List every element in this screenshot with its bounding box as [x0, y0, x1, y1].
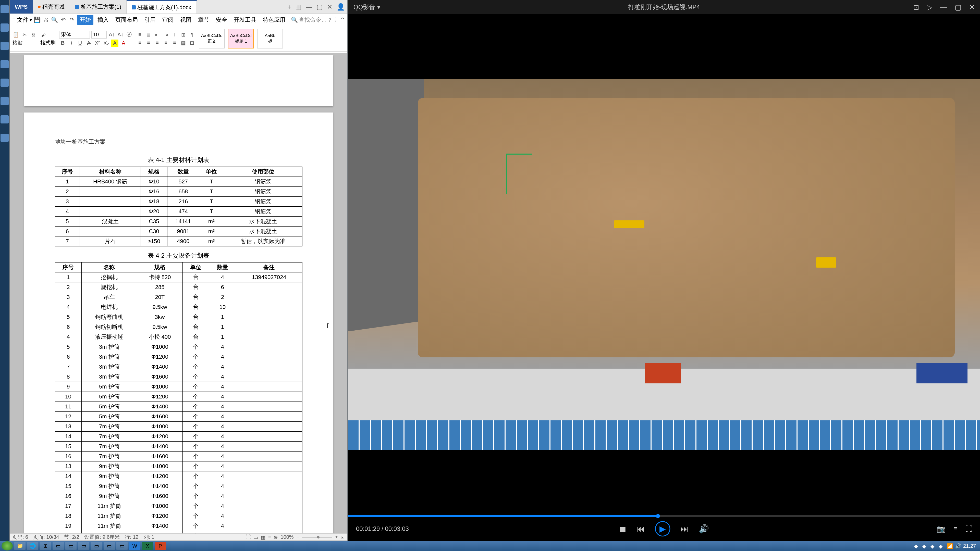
table-cell[interactable]: 3	[55, 292, 82, 302]
status-pages[interactable]: 页面: 10/34	[33, 534, 59, 540]
dropdown-icon[interactable]: ▾	[377, 3, 380, 11]
file-menu[interactable]: 文件 ▾	[17, 16, 32, 24]
table-cell[interactable]: 10	[55, 392, 82, 402]
pin-icon[interactable]: ▷	[927, 3, 932, 11]
playlist-icon[interactable]: ≡	[953, 525, 958, 533]
table-cell[interactable]: 4	[55, 206, 80, 217]
desktop-icon[interactable]	[0, 60, 9, 68]
table-cell[interactable]: 3m 护筒	[82, 372, 137, 382]
table-cell[interactable]: 4	[209, 392, 236, 402]
table-cell[interactable]: 10	[209, 302, 236, 312]
table-cell[interactable]: 13	[55, 462, 82, 472]
table-cell[interactable]: 527	[167, 177, 199, 187]
table-cell[interactable]: 20T	[137, 292, 183, 302]
numbering-icon[interactable]: ≣	[145, 31, 152, 38]
table-row[interactable]: 4电焊机9.5kw台10	[55, 302, 302, 312]
status-pagenum[interactable]: 页码: 6	[12, 534, 28, 540]
table-cell[interactable]	[236, 382, 302, 392]
table-cell[interactable]: 台	[183, 312, 209, 322]
taskbar-app[interactable]: ▭	[116, 542, 127, 550]
status-line[interactable]: 行: 12	[125, 534, 138, 540]
desktop-icon[interactable]	[0, 79, 9, 87]
table-row[interactable]: 7片石≥1504900m³暂估，以实际为准	[55, 237, 302, 246]
table-cell[interactable]: 钢筋笼	[224, 197, 302, 206]
table-row[interactable]: 1811m 护筒Φ1200个4	[55, 511, 302, 521]
table-row[interactable]: 115m 护筒Φ1400个4	[55, 402, 302, 412]
help-icon[interactable]: ?	[328, 17, 331, 23]
zoom-level[interactable]: 100%	[280, 534, 293, 540]
font-color-icon[interactable]: A	[120, 40, 127, 47]
tab-daoker[interactable]: 稻壳商城	[33, 0, 70, 14]
fullscreen-icon[interactable]: ⛶	[965, 525, 972, 533]
table-cell[interactable]: 11m 护筒	[82, 511, 137, 521]
materials-table[interactable]: 序号材料名称规格数量单位使用部位1HRB400 钢筋Φ10527T钢筋笼2Φ16…	[55, 167, 302, 246]
menu-start[interactable]: 开始	[77, 15, 94, 25]
table-cell[interactable]: 9m 护筒	[82, 472, 137, 481]
table-cell[interactable]: Φ1600	[137, 531, 183, 534]
menu-security[interactable]: 安全	[213, 15, 230, 25]
play-button[interactable]: ▶	[655, 521, 670, 537]
underline-icon[interactable]: U	[76, 40, 84, 47]
stop-icon[interactable]: ◼	[619, 524, 626, 534]
table-row[interactable]: 2011m 护筒Φ1600个4	[55, 531, 302, 534]
shading-icon[interactable]: ▦	[180, 39, 187, 46]
table-cell[interactable]: 11	[55, 402, 82, 412]
table-cell[interactable]: 4	[209, 531, 236, 534]
table-cell[interactable]: 4	[209, 412, 236, 422]
taskbar-app[interactable]: ▭	[52, 542, 64, 550]
table-cell[interactable]	[236, 402, 302, 412]
table-cell[interactable]: 5m 护筒	[82, 402, 137, 412]
table-cell[interactable]	[236, 292, 302, 302]
table-cell[interactable]: 9m 护筒	[82, 481, 137, 491]
preview-icon[interactable]: 🔍	[51, 16, 58, 24]
status-column[interactable]: 列: 1	[144, 534, 154, 540]
table-cell[interactable]	[236, 432, 302, 441]
table-cell[interactable]: 17	[55, 501, 82, 511]
table-row[interactable]: 2Φ16658T钢筋笼	[55, 187, 302, 197]
table-row[interactable]: 73m 护筒Φ1400个4	[55, 362, 302, 372]
hamburger-icon[interactable]: ≡	[12, 17, 16, 23]
format-brush-icon[interactable]: 🖌	[40, 31, 48, 38]
font-selector[interactable]: 宋体	[59, 31, 90, 38]
table-row[interactable]: 4液压振动锤小松 400台1	[55, 332, 302, 342]
table-cell[interactable]	[236, 362, 302, 372]
save-icon[interactable]: 💾	[34, 16, 41, 24]
table-cell[interactable]: 4	[209, 382, 236, 392]
close-icon[interactable]: ✕	[969, 3, 975, 11]
redo-icon[interactable]: ↷	[68, 16, 76, 24]
table-cell[interactable]: 台	[183, 322, 209, 332]
cut-icon[interactable]: ✂	[21, 31, 28, 38]
increase-indent-icon[interactable]: ⇥	[162, 31, 169, 38]
taskbar-excel[interactable]: X	[142, 542, 153, 550]
table-row[interactable]: 53m 护筒Φ1000个4	[55, 342, 302, 352]
table-cell[interactable]: 7	[55, 237, 80, 246]
table-row[interactable]: 6钢筋切断机9.5kw台1	[55, 322, 302, 332]
table-cell[interactable]: 18	[55, 511, 82, 521]
read-view-icon[interactable]: ▭	[253, 534, 258, 540]
desktop-icon[interactable]	[0, 115, 9, 124]
table-cell[interactable]: Φ16	[141, 187, 167, 197]
tray-volume-icon[interactable]: 🔊	[955, 543, 961, 549]
table-cell[interactable]: 个	[183, 521, 209, 531]
table-cell[interactable]: 5m 护筒	[82, 382, 137, 392]
table-cell[interactable]: 4	[209, 422, 236, 432]
table-row[interactable]: 5钢筋弯曲机3kw台1	[55, 312, 302, 322]
menu-view[interactable]: 视图	[178, 15, 194, 25]
table-cell[interactable]: 8	[55, 372, 82, 382]
status-position[interactable]: 设置值: 9.6厘米	[84, 534, 120, 540]
table-cell[interactable]: m³	[199, 227, 224, 237]
table-cell[interactable]: T	[199, 187, 224, 197]
table-row[interactable]: 3吊车20T台2	[55, 292, 302, 302]
table-cell[interactable]	[236, 302, 302, 312]
italic-icon[interactable]: I	[68, 40, 75, 47]
zoom-in-icon[interactable]: +	[335, 534, 338, 540]
table-cell[interactable]: 4	[209, 521, 236, 531]
desktop-icon[interactable]	[0, 24, 9, 32]
app-grid-icon[interactable]: ▦	[295, 3, 302, 11]
table-cell[interactable]: 14141	[167, 217, 199, 227]
style-normal[interactable]: AaBbCcDd 正文	[199, 29, 224, 48]
table-cell[interactable]: 658	[167, 187, 199, 197]
table-cell[interactable]: 1	[55, 177, 80, 187]
table-cell[interactable]: 3	[55, 197, 80, 206]
print-icon[interactable]: 🖨	[42, 16, 49, 24]
